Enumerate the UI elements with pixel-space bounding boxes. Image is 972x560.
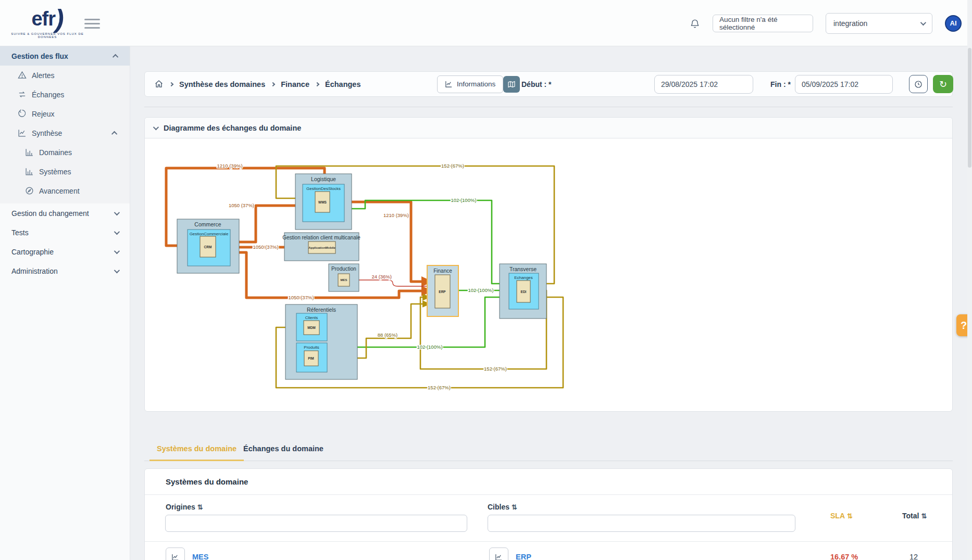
total-value: 12 [909,553,918,560]
sla-value: 16.67 % [830,553,858,560]
app-label: ApplicationMobile [308,246,335,249]
group-label: Gestion des flux [11,52,68,60]
map-icon [507,80,516,88]
sort-icon[interactable]: ⇅ [512,503,517,511]
sidebar-group-tests[interactable]: Tests [0,223,130,242]
filter-status-text: Aucun filtre n'a été sélectionné [719,16,806,31]
tab-echanges-du-domaine[interactable]: Échanges du domaine [236,440,331,461]
chart-line-icon [18,129,27,137]
sort-icon[interactable]: ⇅ [197,503,203,511]
sidebar-item-avancement[interactable]: Avancement [0,181,130,200]
edge-label: 88 (65%) [378,332,398,338]
environment-value: integration [833,19,867,28]
edge-label: 102 (100%) [417,344,442,350]
system-label: Produits [304,345,319,350]
breadcrumb-separator-icon [169,82,173,86]
sidebar-item-echanges[interactable]: Échanges [0,85,130,104]
chevron-up-icon [111,131,117,136]
domain-logistique[interactable]: Logistique GestionDesStocks WMS [295,174,352,230]
collapse-chevron-icon [153,124,159,130]
edge-label: 1210 (39%) [217,163,242,169]
cibles-filter-input[interactable] [488,515,795,532]
chart-line-icon [445,80,453,88]
sidebar-item-label: Synthèse [32,129,62,137]
sidebar-item-alertes[interactable]: Alertes [0,66,130,85]
domain-label: Transverse [509,266,537,272]
debut-label: Début : * [521,80,552,88]
domain-commerce[interactable]: Commerce GestionCommerciale CRM [177,219,239,273]
domain-referentiels[interactable]: Réferentiels Clients MDM Produits PIM [285,304,357,379]
exchange-arrows-icon [18,90,27,99]
domain-production[interactable]: Production MES [329,264,359,291]
breadcrumb-synthese-des-domaines[interactable]: Synthèse des domaines [179,80,265,88]
diagram-header[interactable]: Diagramme des échanges du domaine [145,118,952,138]
sidebar-group-gestion-du-changement[interactable]: Gestion du changement [0,203,130,223]
informations-button[interactable]: Informations [437,75,503,93]
domain-finance-selected[interactable]: Finance ERP [427,265,458,316]
compass-icon [25,186,34,195]
logo-text: efr) [31,8,63,30]
cible-link[interactable]: ERP [516,553,531,560]
table-title: Systèmes du domaine [145,469,952,495]
sidebar-item-systemes[interactable]: Systèmes [0,162,130,181]
sidebar-item-label: Domaines [39,148,72,157]
domain-transverse[interactable]: Transverse Echanges EDI [500,264,546,319]
cible-chart-button[interactable] [489,548,508,560]
sidebar-item-domaines[interactable]: Domaines [0,143,130,162]
app-label: PIM [308,357,314,360]
filter-status-field[interactable]: Aucun filtre n'a été sélectionné [713,15,813,32]
home-icon[interactable] [154,80,164,88]
menu-toggle-icon[interactable] [84,19,100,29]
tab-systemes-du-domaine[interactable]: Systèmes du domaine [149,440,244,461]
sidebar-item-label: Systèmes [39,168,71,176]
column-header-cibles: Cibles⇅ [488,503,517,511]
app-label: EDI [521,290,527,294]
origines-filter-input[interactable] [165,515,467,532]
diagram-body: 1210 (39%) 1050 (37%) 1050 (37%) 1050 (3… [145,138,952,412]
fin-input[interactable] [795,75,893,94]
domain-grcm[interactable]: Gestion relation client multicanale Appl… [282,233,360,261]
diagram-title: Diagramme des échanges du domaine [164,124,301,132]
app-label: ERP [439,290,446,294]
top-header: efr) SUIVRE & GOUVERNER VOS FLUX DE DONN… [0,0,972,46]
table-row: MES ERP 16.67 % 12 [145,542,952,560]
diagram-card: Diagramme des échanges du domaine [144,117,953,412]
environment-select[interactable]: integration [826,13,932,34]
domain-label: Finance [433,268,452,274]
app-label: CRM [204,245,212,249]
breadcrumb-finance[interactable]: Finance [281,80,309,88]
map-view-button[interactable] [503,76,520,93]
sidebar-group-gestion-des-flux[interactable]: Gestion des flux [0,46,130,66]
alert-triangle-icon [18,71,27,80]
sort-icon-active[interactable]: ⇅ [847,512,853,520]
sidebar-group-cartographie[interactable]: Cartographie [0,242,130,261]
debut-input[interactable] [654,75,753,94]
sidebar-item-label: Échanges [32,91,64,99]
scrollbar-thumb[interactable] [968,48,971,168]
sidebar-item-label: Rejeux [32,110,55,118]
column-header-sla: SLA⇅ [830,512,853,520]
sidebar-item-synthese[interactable]: Synthèse [0,123,130,143]
logo-swoosh: ) [55,4,64,33]
logo-tagline: SUIVRE & GOUVERNER VOS FLUX DE DONNEES [8,32,86,39]
user-avatar[interactable]: AI [945,15,962,32]
sidebar-item-rejeux[interactable]: Rejeux [0,104,130,123]
breadcrumb-echanges[interactable]: Échanges [325,80,361,88]
origine-link[interactable]: MES [192,553,208,560]
domain-label: Gestion relation client multicanale [282,235,360,240]
page-scrollbar[interactable] [967,0,972,560]
time-presets-button[interactable] [909,75,928,93]
replay-icon [18,109,27,118]
bar-chart-icon [25,148,34,157]
app-label: WMS [318,200,327,204]
notifications-bell-icon[interactable] [690,18,700,29]
origine-chart-button[interactable] [166,548,185,560]
clock-icon [914,80,923,88]
refresh-icon: ↻ [939,79,947,90]
refresh-button[interactable]: ↻ [933,75,953,93]
domain-exchange-diagram: 1210 (39%) 1050 (37%) 1050 (37%) 1050 (3… [145,138,952,412]
sort-icon[interactable]: ⇅ [921,512,927,520]
sidebar-group-administration[interactable]: Administration [0,261,130,281]
app-logo[interactable]: efr) SUIVRE & GOUVERNER VOS FLUX DE DONN… [8,4,86,39]
edge-label: 152 (67%) [484,366,507,372]
